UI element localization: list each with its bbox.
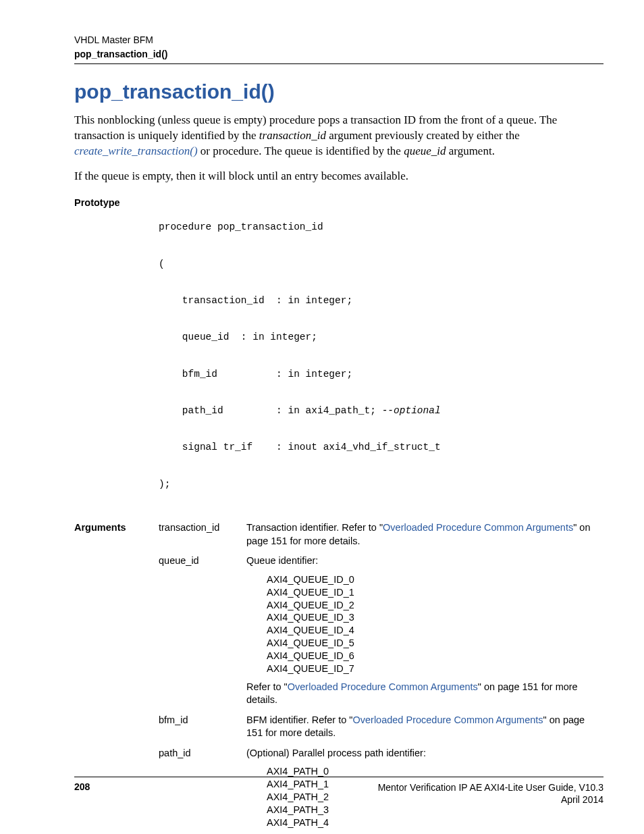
prototype-code: procedure pop_transaction_id ( transacti… [159, 197, 603, 515]
code-line: procedure pop_transaction_id [159, 221, 603, 233]
code-line: path_id : in axi4_path_t; --optional [159, 405, 603, 417]
link-create-write-transaction[interactable]: create_write_transaction() [74, 145, 198, 157]
path-id-intro: (Optional) Parallel process path identif… [246, 747, 603, 760]
footer-date: April 2014 [378, 793, 603, 806]
queue-id-intro: Queue identifier: [246, 554, 603, 568]
p1-post2: argument. [446, 145, 494, 157]
arg-name-queue-id: queue_id [159, 554, 240, 706]
label-prototype: Prototype [74, 197, 152, 515]
header-section: VHDL Master BFM [74, 34, 603, 46]
label-arguments: Arguments [74, 521, 152, 548]
code-line: ( [159, 258, 603, 270]
code-line: queue_id : in integer; [159, 331, 603, 343]
arg-name-bfm-id: bfm_id [159, 714, 240, 740]
link-overloaded-args[interactable]: Overloaded Procedure Common Arguments [352, 714, 543, 725]
page-number: 208 [74, 781, 90, 792]
arg-desc-transaction-id: Transaction identifier. Refer to "Overlo… [246, 521, 603, 548]
header-topic: pop_transaction_id() [74, 49, 603, 59]
link-overloaded-args[interactable]: Overloaded Procedure Common Arguments [383, 522, 573, 533]
footer-rule [74, 777, 603, 777]
p1-arg2: queue_id [404, 145, 446, 157]
intro-paragraph-2: If the queue is empty, then it will bloc… [74, 169, 603, 184]
p1-arg: transaction_id [259, 129, 326, 142]
queue-id-refer: Refer to "Overloaded Procedure Common Ar… [246, 681, 603, 707]
code-line: transaction_id : in integer; [159, 294, 603, 307]
queue-id-list: AXI4_QUEUE_ID_0 AXI4_QUEUE_ID_1 AXI4_QUE… [267, 573, 603, 675]
code-line: ); [159, 478, 603, 490]
code-line: signal tr_if : inout axi4_vhd_if_struct_… [159, 441, 603, 453]
footer-doc-title: Mentor Verification IP AE AXI4-Lite User… [378, 781, 603, 793]
page-footer: 208 Mentor Verification IP AE AXI4-Lite … [74, 777, 603, 806]
definition-table: Prototype procedure pop_transaction_id (… [74, 197, 603, 834]
p1-mid: argument previously created by either th… [326, 129, 520, 142]
arg-desc-bfm-id: BFM identifier. Refer to "Overloaded Pro… [246, 714, 603, 740]
code-line: bfm_id : in integer; [159, 368, 603, 380]
arg-desc-queue-id: Queue identifier: AXI4_QUEUE_ID_0 AXI4_Q… [246, 554, 603, 706]
link-overloaded-args[interactable]: Overloaded Procedure Common Arguments [288, 681, 478, 692]
intro-paragraph-1: This nonblocking (unless queue is empty)… [74, 113, 603, 159]
arg-name-transaction-id: transaction_id [159, 521, 240, 548]
p1-post1: or procedure. The queue is identified by… [198, 145, 404, 157]
page-title: pop_transaction_id() [74, 80, 603, 103]
header-rule [74, 63, 603, 64]
